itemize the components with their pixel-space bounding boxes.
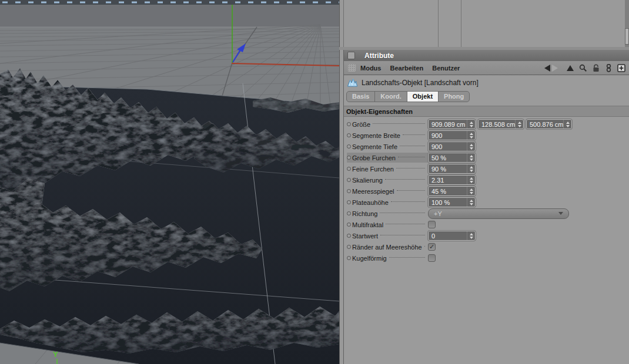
groesse-y-field[interactable]: 128.508 cm [478, 119, 524, 129]
panel-title: Attribute [364, 52, 394, 60]
tab-phong[interactable]: Phong [439, 92, 469, 102]
raender-auf-meereshoehe-checkbox[interactable]: ✓ [428, 243, 436, 251]
axis-indicator-label: Y [53, 350, 58, 359]
scrollbar-thumb[interactable] [625, 28, 629, 45]
section-header[interactable]: Objekt-Eigenschaften [344, 106, 629, 117]
param-dot[interactable] [347, 133, 351, 137]
param-dot[interactable] [347, 156, 351, 160]
grip-icon[interactable] [348, 64, 356, 72]
history-forward-icon[interactable] [552, 65, 558, 72]
segmente-tiefe-field[interactable]: 900 [428, 141, 476, 151]
feine-furchen-field[interactable]: 90 % [428, 164, 476, 174]
landscape-object-icon [347, 78, 357, 87]
property-row-richtung: Richtung +Y [344, 208, 629, 219]
spinner[interactable] [467, 164, 475, 173]
property-row-meeresspiegel: Meeresspiegel 45 % [344, 186, 629, 197]
tab-objekt[interactable]: Objekt [407, 92, 439, 102]
spinner[interactable] [467, 176, 475, 184]
groesse-x-field[interactable]: 909.089 cm [428, 119, 476, 129]
param-dot[interactable] [347, 178, 351, 182]
param-dot[interactable] [347, 167, 351, 171]
property-row-kugelfoermig: Kugelförmig [344, 252, 629, 264]
meeresspiegel-field[interactable]: 45 % [428, 186, 476, 196]
object-manager-panel[interactable] [343, 0, 625, 48]
spinner[interactable] [467, 120, 475, 129]
property-row-raender-auf-meereshoehe: Ränder auf Meereshöhe ✓ [344, 241, 629, 252]
richtung-dropdown[interactable]: +Y [428, 208, 569, 219]
attribute-titlebar[interactable]: Attribute [344, 50, 629, 61]
param-dot[interactable] [347, 122, 351, 126]
spinner[interactable] [467, 198, 475, 207]
panel-divider [438, 0, 439, 47]
object-title: Landschafts-Objekt [Landschaft vorn] [362, 79, 479, 87]
property-row-skalierung: Skalierung 2.31 [344, 174, 629, 186]
param-dot[interactable] [347, 245, 351, 249]
chevron-down-icon [558, 212, 563, 215]
property-row-grobe-furchen: Grobe Furchen 50 % [344, 152, 629, 163]
spinner[interactable] [467, 142, 475, 151]
menu-modus[interactable]: Modus [360, 65, 381, 72]
up-arrow-icon[interactable] [567, 65, 574, 71]
property-row-multifraktal: Multifraktal [344, 219, 629, 230]
param-dot[interactable] [347, 256, 351, 260]
property-row-feine-furchen: Feine Furchen 90 % [344, 163, 629, 174]
property-row-startwert: Startwert 0 [344, 230, 629, 241]
spinner[interactable] [563, 120, 571, 129]
spinner[interactable] [467, 153, 475, 162]
groesse-z-field[interactable]: 500.876 cm [526, 119, 572, 129]
grobe-furchen-field[interactable]: 50 % [428, 153, 476, 163]
object-header: Landschafts-Objekt [Landschaft vorn] [347, 78, 629, 87]
viewport-scene: Y [0, 0, 339, 364]
kugelfoermig-checkbox[interactable] [428, 254, 436, 262]
attribute-panel: Attribute Modus Bearbeiten Benutzer [343, 50, 629, 364]
spinner[interactable] [515, 120, 523, 129]
tab-group: Basis Koord. Objekt Phong [346, 91, 470, 102]
startwert-field[interactable]: 0 [428, 231, 476, 241]
search-icon[interactable] [579, 64, 587, 72]
spinner[interactable] [467, 131, 475, 140]
menu-bearbeiten[interactable]: Bearbeiten [390, 65, 423, 72]
param-dot[interactable] [347, 144, 351, 149]
tab-koord[interactable]: Koord. [375, 92, 407, 102]
param-dot[interactable] [347, 189, 351, 193]
multifraktal-checkbox[interactable] [428, 221, 436, 228]
link-8-icon[interactable] [605, 64, 612, 72]
window-icon[interactable] [347, 52, 355, 59]
spinner[interactable] [467, 231, 475, 240]
history-back-icon[interactable] [544, 65, 550, 72]
plateauhoehe-field[interactable]: 100 % [428, 197, 476, 207]
spinner[interactable] [467, 187, 475, 196]
viewport-3d[interactable]: Y [0, 0, 340, 364]
lock-icon[interactable] [593, 64, 600, 72]
tab-basis[interactable]: Basis [347, 92, 375, 102]
param-dot[interactable] [347, 223, 351, 227]
panel-divider [461, 0, 461, 47]
property-row-segmente-tiefe: Segmente Tiefe 900 [344, 141, 629, 152]
menu-benutzer[interactable]: Benutzer [432, 65, 460, 72]
param-dot[interactable] [347, 200, 351, 204]
param-dot[interactable] [347, 211, 351, 215]
segmente-breite-field[interactable]: 900 [428, 130, 476, 140]
scrollbar-track[interactable] [625, 0, 629, 47]
param-dot[interactable] [347, 234, 351, 238]
skalierung-field[interactable]: 2.31 [428, 175, 476, 185]
attribute-menubar: Modus Bearbeiten Benutzer [344, 61, 629, 75]
property-row-groesse: Größe 909.089 cm 128.508 cm 500.876 cm [344, 119, 629, 130]
property-row-plateauhoehe: Plateauhöhe 100 % [344, 197, 629, 208]
property-row-segmente-breite: Segmente Breite 900 [344, 130, 629, 141]
add-box-icon[interactable] [617, 64, 625, 72]
